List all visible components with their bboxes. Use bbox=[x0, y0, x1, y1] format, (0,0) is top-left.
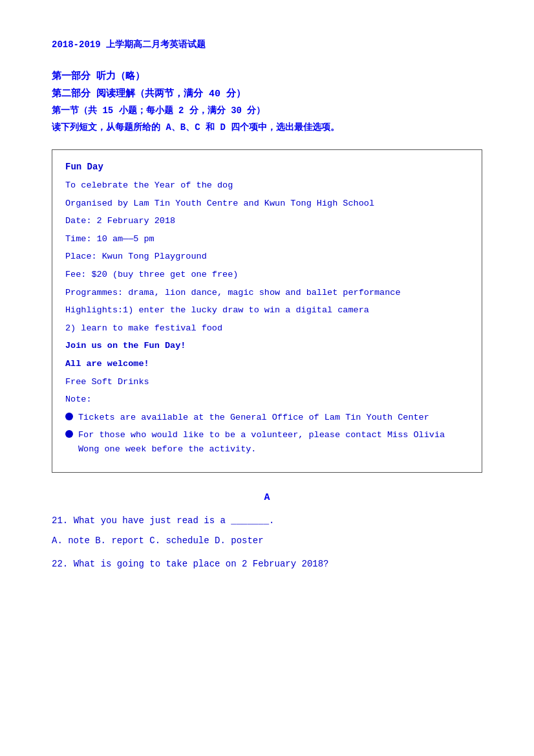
passage-line-6: Programmes: drama, lion dance, magic sho… bbox=[65, 286, 469, 300]
passage-line-4: Place: Kwun Tong Playground bbox=[65, 250, 469, 264]
section-a-title: A bbox=[52, 492, 482, 503]
bullet-dot-1 bbox=[65, 430, 73, 438]
passage-line-9: Join us on the Fun Day! bbox=[65, 339, 469, 353]
passage-line-0: To celebrate the Year of the dog bbox=[65, 178, 469, 193]
question-22-number: 22. bbox=[52, 559, 68, 569]
bullet-dot-0 bbox=[65, 413, 73, 420]
question-21: 21. What you have just read is a _______… bbox=[52, 513, 482, 529]
passage-line-7: Highlights:1) enter the lucky draw to wi… bbox=[65, 303, 469, 318]
passage-line-5: Fee: $20 (buy three get one free) bbox=[65, 268, 469, 282]
passage-line-2: Date: 2 February 2018 bbox=[65, 214, 469, 228]
passage-line-3: Time: 10 am——5 pm bbox=[65, 232, 469, 246]
passage-line-10: All are welcome! bbox=[65, 357, 469, 371]
bullet-text-1: For those who would like to be a volunte… bbox=[78, 428, 469, 456]
page-title: 2018-2019 上学期高二月考英语试题 bbox=[52, 39, 482, 50]
passage-line-8: 2) learn to make festival food bbox=[65, 321, 469, 336]
bullet-text-0: Tickets are available at the General Off… bbox=[78, 411, 429, 425]
passage-line-1: Organised by Lam Tin Youth Centre and Kw… bbox=[65, 197, 469, 211]
bullet-item-1: For those who would like to be a volunte… bbox=[65, 428, 469, 456]
passage-box: Fun Day To celebrate the Year of the dog… bbox=[52, 149, 482, 473]
bullet-item-0: Tickets are available at the General Off… bbox=[65, 411, 469, 425]
question-22-text: What is going to take place on 2 Februar… bbox=[74, 559, 329, 569]
question-22: 22. What is going to take place on 2 Feb… bbox=[52, 557, 482, 572]
section3-header: 第一节（共 15 小题；每小题 2 分，满分 30 分） bbox=[52, 105, 482, 116]
question-21-number: 21. bbox=[52, 515, 68, 526]
question-21-options: A. note B. report C. schedule D. poster bbox=[52, 534, 482, 549]
section1-header: 第一部分 听力（略） bbox=[52, 70, 482, 82]
section2-header: 第二部分 阅读理解（共两节，满分 40 分） bbox=[52, 87, 482, 100]
passage-line-12: Note: bbox=[65, 393, 469, 407]
passage-line-11: Free Soft Drinks bbox=[65, 375, 469, 389]
instruction-text: 读下列短文，从每题所给的 A、B、C 和 D 四个项中，选出最佳选项。 bbox=[52, 122, 482, 133]
passage-title: Fun Day bbox=[65, 162, 469, 172]
question-21-text: What you have just read is a _______. bbox=[74, 515, 275, 526]
